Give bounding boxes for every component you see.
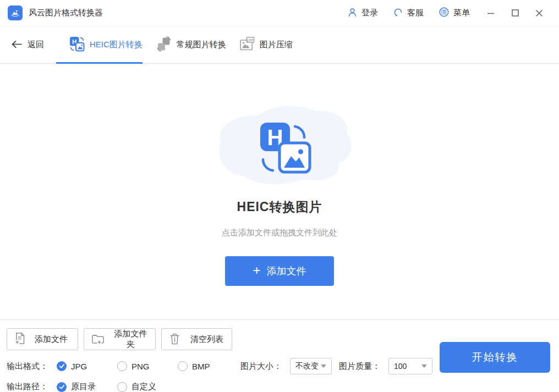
format-option-jpg[interactable]: JPG [57, 361, 117, 371]
start-convert-button[interactable]: 开始转换 [440, 342, 550, 373]
titlebar: 风云图片格式转换器 登录 客服 [0, 0, 559, 26]
tab-heic-label: HEIC图片转换 [90, 40, 143, 50]
format-jpg-label: JPG [71, 362, 87, 371]
format-bmp-label: BMP [192, 362, 210, 371]
path-original-label: 原目录 [71, 382, 96, 392]
heic-convert-illustration: H [205, 99, 354, 187]
image-quality-value: 100 [394, 362, 407, 371]
chevron-down-icon [421, 365, 427, 368]
bottom-panel: 添加文件 添加文件夹 [0, 319, 559, 392]
back-button[interactable]: 返回 [11, 40, 44, 51]
menu-icon [439, 7, 450, 19]
drop-zone-hint: 点击添加文件或拖拽文件到此处 [222, 228, 337, 238]
window-controls [479, 4, 551, 22]
customer-service-label: 客服 [407, 8, 424, 18]
close-button[interactable] [527, 4, 551, 22]
trash-icon [169, 333, 180, 346]
back-label: 返回 [28, 40, 44, 50]
login-button[interactable]: 登录 [347, 7, 378, 19]
app-title: 风云图片格式转换器 [29, 8, 103, 18]
drop-zone[interactable]: H HEIC转换图片 点击添加文件或拖拽文件到此处 + 添加文件 [0, 64, 559, 319]
menu-button[interactable]: 菜单 [439, 7, 470, 19]
add-folder-label: 添加文件夹 [113, 329, 149, 350]
tab-compress-label: 图片压缩 [260, 40, 293, 50]
tab-compress[interactable]: ZIP 图片压缩 [240, 26, 293, 63]
customer-service-button[interactable]: 客服 [393, 7, 424, 19]
chevron-down-icon [321, 365, 326, 368]
image-size-dropdown[interactable]: 不改变 [290, 358, 332, 374]
image-quality-dropdown[interactable]: 100 [388, 358, 432, 374]
app-window: 风云图片格式转换器 登录 客服 [0, 0, 559, 392]
tab-regular-label: 常规图片转换 [177, 40, 226, 50]
add-file-label: 添加文件 [35, 334, 68, 345]
user-icon [347, 7, 358, 19]
image-quality-label: 图片质量： [339, 361, 380, 372]
titlebar-actions: 登录 客服 菜单 [332, 4, 551, 22]
format-png-label: PNG [131, 362, 150, 371]
path-custom-label: 自定义 [131, 382, 156, 392]
minimize-button[interactable] [479, 4, 503, 22]
output-path-label: 输出路径： [7, 382, 57, 392]
clear-list-label: 清空列表 [190, 334, 223, 345]
add-folder-button[interactable]: 添加文件夹 [84, 328, 156, 350]
radio-checked-icon [57, 361, 67, 371]
maximize-button[interactable] [503, 4, 527, 22]
compress-icon: ZIP [240, 37, 255, 53]
output-path-row: 输出路径： 原目录 自定义 [7, 382, 550, 392]
radio-unchecked-icon [178, 361, 188, 371]
radio-unchecked-icon [117, 382, 127, 392]
image-size-value: 不改变 [295, 361, 319, 371]
folder-plus-icon [91, 333, 105, 346]
radio-checked-icon [57, 382, 67, 392]
file-plus-icon [14, 332, 26, 346]
tabbar: 返回 H HEIC图片转换 [0, 26, 559, 64]
clear-list-button[interactable]: 清空列表 [161, 328, 232, 350]
svg-text:ZIP: ZIP [248, 38, 253, 41]
tab-heic-convert[interactable]: H HEIC图片转换 [69, 26, 143, 63]
drop-zone-title: HEIC转换图片 [237, 198, 322, 216]
tab-regular-convert[interactable]: 常规图片转换 [156, 26, 226, 63]
regular-convert-icon [156, 36, 172, 53]
image-size-label: 图片大小： [240, 361, 282, 372]
output-format-label: 输出格式： [7, 361, 57, 372]
app-logo-icon [8, 5, 23, 20]
add-files-button[interactable]: + 添加文件 [225, 256, 334, 286]
headset-icon [393, 7, 403, 19]
plus-icon: + [253, 264, 260, 277]
add-files-button-label: 添加文件 [267, 264, 306, 278]
login-label: 登录 [361, 8, 378, 18]
path-option-original[interactable]: 原目录 [57, 382, 117, 392]
radio-unchecked-icon [117, 361, 127, 371]
heic-convert-icon: H [69, 36, 85, 53]
path-option-custom[interactable]: 自定义 [117, 382, 178, 392]
format-option-bmp[interactable]: BMP [178, 361, 238, 371]
format-option-png[interactable]: PNG [117, 361, 178, 371]
menu-label: 菜单 [453, 8, 470, 18]
arrow-left-icon [11, 40, 23, 51]
add-file-button[interactable]: 添加文件 [7, 328, 78, 350]
